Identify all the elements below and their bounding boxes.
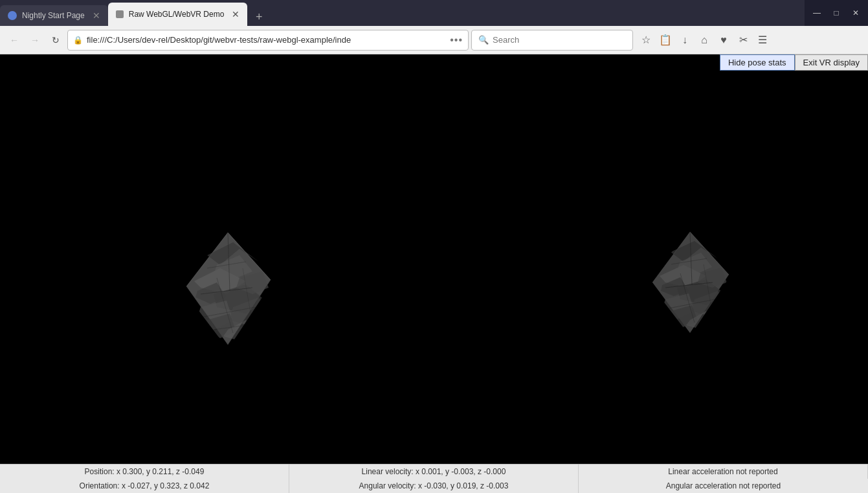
tab-webgl-label: Raw WebGL/WebVR Demo: [129, 10, 225, 19]
url-more-button[interactable]: •••: [450, 34, 463, 46]
tab-webgl-close[interactable]: ✕: [232, 9, 239, 19]
reload-button[interactable]: ↻: [47, 31, 65, 49]
title-bar: Nightly Start Page ✕ Raw WebGL/WebVR Dem…: [0, 0, 868, 26]
tab-bar: Nightly Start Page ✕ Raw WebGL/WebVR Dem…: [0, 0, 805, 26]
nav-bar: ← → ↻ 🔒 file:///C:/Users/dev-rel/Desktop…: [0, 26, 868, 54]
status-grid: Position: x 0.300, y 0.211, z -0.049 Lin…: [0, 464, 868, 493]
position-cell: Position: x 0.300, y 0.211, z -0.049: [0, 464, 289, 479]
orientation-cell: Orientation: x -0.027, y 0.323, z 0.042: [0, 479, 289, 493]
home-icon[interactable]: ⌂: [696, 34, 712, 46]
search-input[interactable]: [493, 35, 626, 45]
reading-list-icon[interactable]: 📋: [658, 34, 673, 46]
minimize-button[interactable]: —: [810, 8, 824, 17]
new-tab-button[interactable]: +: [250, 8, 268, 26]
search-icon: 🔍: [478, 35, 489, 45]
url-text: file:///C:/Users/dev-rel/Desktop/git/web…: [87, 35, 446, 45]
status-bar: Position: x 0.300, y 0.211, z -0.049 Lin…: [0, 464, 868, 493]
webgl-canvas: [0, 54, 868, 493]
angular-acceleration-cell: Angular acceleration not reported: [579, 479, 868, 493]
search-bar[interactable]: 🔍: [471, 30, 633, 51]
back-button[interactable]: ←: [5, 31, 23, 49]
menu-icon[interactable]: ☰: [755, 34, 770, 46]
tab-nightly-close[interactable]: ✕: [93, 10, 100, 21]
rock-shape-right: [648, 229, 732, 336]
screenshot-icon[interactable]: ✂: [735, 34, 751, 46]
angular-velocity-cell: Angular velocity: x -0.030, y 0.019, z -…: [289, 479, 579, 493]
url-bar[interactable]: 🔒 file:///C:/Users/dev-rel/Desktop/git/w…: [67, 30, 469, 51]
webgl-icon: [116, 10, 124, 18]
linear-acceleration-cell: Linear acceleration not reported: [579, 464, 868, 479]
overlay-buttons: Hide pose stats Exit VR display: [720, 54, 868, 71]
window-controls: — □ ✕: [805, 0, 868, 26]
bookmark-icon[interactable]: ☆: [638, 34, 654, 46]
browser-content: Hide pose stats Exit VR display Position…: [0, 54, 868, 493]
download-icon[interactable]: ↓: [677, 34, 693, 46]
toolbar-icons: ☆ 📋 ↓ ⌂ ♥ ✂ ☰: [638, 34, 770, 46]
close-button[interactable]: ✕: [849, 8, 863, 17]
linear-velocity-cell: Linear velocity: x 0.001, y -0.003, z -0…: [289, 464, 579, 479]
hide-pose-stats-button[interactable]: Hide pose stats: [720, 54, 795, 71]
firefox-icon: [8, 11, 17, 20]
pocket-icon[interactable]: ♥: [716, 34, 731, 46]
lock-icon: 🔒: [73, 36, 83, 45]
tab-nightly-label: Nightly Start Page: [22, 11, 85, 20]
rock-shape-left: [181, 229, 275, 349]
tab-webgl[interactable]: Raw WebGL/WebVR Demo ✕: [108, 3, 248, 26]
maximize-button[interactable]: □: [829, 8, 843, 17]
forward-button[interactable]: →: [26, 31, 44, 49]
tab-nightly[interactable]: Nightly Start Page ✕: [0, 5, 108, 26]
exit-vr-button[interactable]: Exit VR display: [795, 54, 868, 71]
